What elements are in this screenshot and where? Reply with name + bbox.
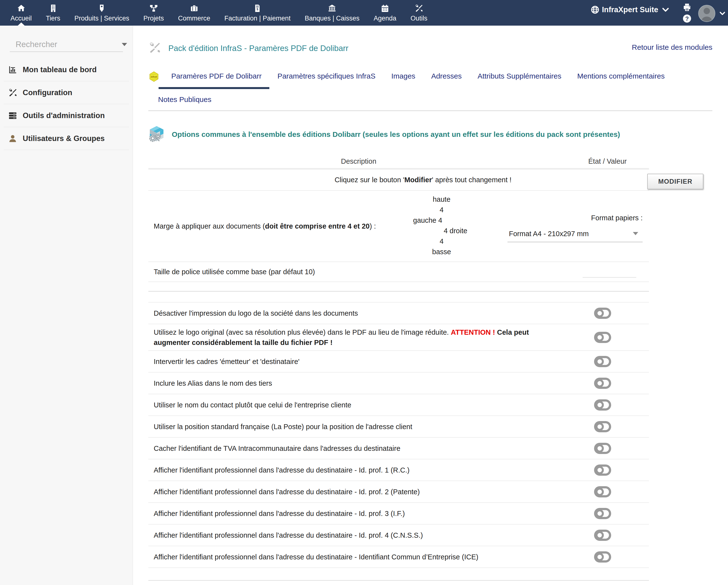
tab-parametres-pdf[interactable]: Paramères PDF de Dolibarr xyxy=(171,72,262,89)
modify-button[interactable]: MODIFIER xyxy=(647,174,703,189)
chart-bar-icon xyxy=(7,65,18,74)
nav-label: Banques | Caisses xyxy=(305,15,360,22)
option-label: Utilisez le logo original (avec sa résol… xyxy=(148,327,549,348)
question-icon xyxy=(682,14,692,23)
section-title: Options communes à l'ensemble des éditio… xyxy=(172,130,620,138)
table-row-toggle: Afficher l'identifiant professionnel dan… xyxy=(148,481,649,503)
paper-format-select[interactable]: Format A4 - 210x297 mm xyxy=(508,225,643,242)
option-label: Afficher l'identifiant professionnel dan… xyxy=(148,508,405,518)
back-to-modules-link[interactable]: Retour liste des modules xyxy=(632,43,712,51)
nav-agenda[interactable]: Agenda xyxy=(369,0,401,26)
module-cube-icon xyxy=(148,126,165,143)
font-size-input[interactable] xyxy=(582,266,636,277)
avatar[interactable] xyxy=(698,5,715,22)
tab-bar: Paramères PDF de Dolibarr Paramètres spé… xyxy=(148,72,712,89)
search-caret-icon[interactable] xyxy=(122,43,127,46)
tab-mentions[interactable]: Mentions complémentaires xyxy=(577,72,665,89)
nav-produits-services[interactable]: Produits | Services xyxy=(70,0,134,26)
tab-adresses[interactable]: Adresses xyxy=(431,72,462,89)
tab-parametres-infras[interactable]: Paramètres spécifiques InfraS xyxy=(278,72,375,89)
toggle-off-icon[interactable] xyxy=(594,443,612,454)
toggle-off-icon[interactable] xyxy=(594,508,612,520)
nav-accueil[interactable]: Accueil xyxy=(6,0,36,26)
option-label: Intervertir les cadres 'émetteur' et 'de… xyxy=(148,356,300,367)
caret-down-icon xyxy=(633,232,638,235)
toggle-off-icon[interactable] xyxy=(594,421,612,432)
toggle-off-icon[interactable] xyxy=(594,377,612,389)
sidebar-item-label: Mon tableau de bord xyxy=(23,65,97,74)
nav-outils[interactable]: Outils xyxy=(406,0,432,26)
margin-bottom-value: 4 xyxy=(398,236,486,247)
table-row-hint: Cliquez sur le bouton 'Modifier' après t… xyxy=(148,169,649,191)
print-button[interactable] xyxy=(682,2,692,12)
table-row-toggle: Afficher l'identifiant professionnel dan… xyxy=(148,503,649,525)
page-title: Pack d'édition InfraS - Paramères PDF de… xyxy=(168,44,348,53)
nav-label: Produits | Services xyxy=(74,15,129,22)
toggle-off-icon[interactable] xyxy=(594,308,612,319)
bank-icon xyxy=(328,3,336,13)
tools-icon xyxy=(148,42,161,55)
table-row-toggle: Utiliser le nom du contact plutôt que ce… xyxy=(148,394,649,416)
nav-label: Facturation | Paiement xyxy=(225,15,291,22)
toggle-off-icon[interactable] xyxy=(594,529,612,541)
brand-name: InfraXpert Suite xyxy=(602,5,658,14)
sidebar-item-label: Configuration xyxy=(23,88,72,97)
sidebar-menu: Mon tableau de bord Configuration Outils… xyxy=(0,58,133,150)
nav-label: Agenda xyxy=(374,15,396,22)
nav-label: Tiers xyxy=(46,15,60,22)
search-input[interactable] xyxy=(15,39,120,49)
table-row-toggle: Cacher l'identifiant de TVA Intracommuna… xyxy=(148,437,649,459)
toggle-off-icon[interactable] xyxy=(594,356,612,367)
hint-bold: Modifier xyxy=(404,176,432,184)
top-navbar: Accueil Tiers Produits | Services Projet… xyxy=(0,0,728,26)
server-icon xyxy=(7,111,18,120)
tab-notes-publiques[interactable]: Notes Publiques xyxy=(158,96,211,104)
sidebar-item-users-groups[interactable]: Utilisateurs & Groupes xyxy=(4,127,129,150)
nav-banques-caisses[interactable]: Banques | Caisses xyxy=(300,0,364,26)
tab-attributs[interactable]: Attributs Supplémentaires xyxy=(477,72,562,89)
sidebar-item-configuration[interactable]: Configuration xyxy=(4,81,129,104)
table-row-empty xyxy=(148,282,649,292)
toggle-off-icon[interactable] xyxy=(594,486,612,498)
nav-label: Projets xyxy=(144,15,164,22)
table-row-empty xyxy=(148,292,649,302)
option-label: Afficher l'identifiant professionnel dan… xyxy=(148,465,410,475)
toggle-off-icon[interactable] xyxy=(594,399,612,411)
sidebar-item-dashboard[interactable]: Mon tableau de bord xyxy=(4,58,129,81)
table-row-font-size: Taille de police utilisée comme base (pa… xyxy=(148,262,649,282)
nav-label: Accueil xyxy=(10,15,32,22)
table-row-toggle: Afficher l'identifiant professionnel dan… xyxy=(148,459,649,481)
table-row-empty xyxy=(148,568,649,581)
nav-commerce[interactable]: Commerce xyxy=(173,0,215,26)
chevron-down-icon[interactable] xyxy=(719,10,726,17)
tab-separator xyxy=(148,110,712,111)
paper-format-label: Format papiers : xyxy=(508,214,643,222)
option-label: Afficher l'identifiant professionnel dan… xyxy=(148,487,420,497)
toggle-off-icon[interactable] xyxy=(594,551,612,563)
nav-tiers[interactable]: Tiers xyxy=(41,0,65,26)
tab-images[interactable]: Images xyxy=(391,72,415,89)
margin-right: 4 droite xyxy=(412,225,499,236)
option-label: Utiliser la position standard française … xyxy=(148,422,412,432)
tag-icon xyxy=(97,3,106,13)
home-icon xyxy=(17,3,26,13)
sidebar-item-admin-tools[interactable]: Outils d'administration xyxy=(4,104,129,127)
option-label: Afficher l'identifiant professionnel dan… xyxy=(148,530,423,540)
warning-text: ATTENTION ! xyxy=(451,328,495,336)
main-menu: Accueil Tiers Produits | Services Projet… xyxy=(3,0,435,26)
main-content: Pack d'édition InfraS - Paramères PDF de… xyxy=(133,26,728,585)
option-label: Cacher l'identifiant de TVA Intracommuna… xyxy=(148,443,400,453)
margins-label: Marge à appliquer aux documents (doit êt… xyxy=(148,221,376,231)
help-button[interactable] xyxy=(682,14,692,23)
sidebar-item-label: Outils d'administration xyxy=(23,111,105,120)
left-sidebar: Mon tableau de bord Configuration Outils… xyxy=(0,26,133,585)
nav-facturation-paiement[interactable]: Facturation | Paiement xyxy=(219,0,295,26)
nav-projets[interactable]: Projets xyxy=(138,0,169,26)
table-row-toggle: Désactiver l'impression du logo de la so… xyxy=(148,302,649,324)
app-window: Accueil Tiers Produits | Services Projet… xyxy=(0,0,728,585)
toggle-off-icon[interactable] xyxy=(594,331,612,343)
topnav-right: InfraXpert Suite xyxy=(591,0,726,26)
toggle-off-icon[interactable] xyxy=(594,464,612,476)
globe-icon xyxy=(591,5,599,14)
entity-switcher[interactable]: InfraXpert Suite xyxy=(591,5,672,14)
